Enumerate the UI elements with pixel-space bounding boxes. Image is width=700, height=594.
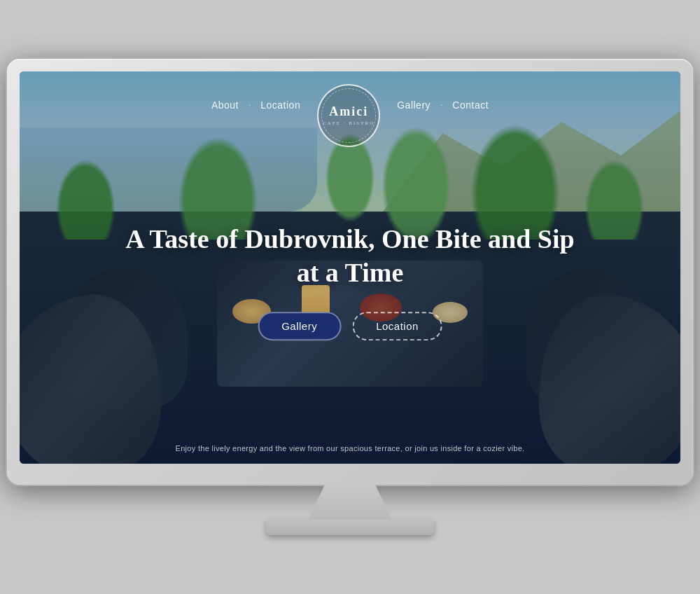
nav-left: About · Location — [211, 84, 300, 111]
gallery-button[interactable]: Gallery — [258, 312, 341, 340]
location-button[interactable]: Location — [352, 312, 442, 340]
hero-title: A Taste of Dubrovnik, One Bite and Sip a… — [119, 223, 582, 289]
logo-name: Amici — [329, 105, 368, 119]
monitor-wrapper: About · Location Amici Cafe · Bistro Gal… — [7, 59, 693, 535]
hero-caption: Enjoy the lively energy and the view fro… — [176, 444, 525, 453]
hero-content: A Taste of Dubrovnik, One Bite and Sip a… — [119, 223, 582, 340]
nav-sep-2: · — [440, 99, 442, 111]
monitor-screen: About · Location Amici Cafe · Bistro Gal… — [20, 71, 680, 464]
nav-location[interactable]: Location — [260, 99, 300, 111]
nav-about[interactable]: About — [211, 99, 239, 111]
hero-buttons: Gallery Location — [119, 312, 582, 340]
logo[interactable]: Amici Cafe · Bistro — [317, 84, 380, 147]
nav-contact[interactable]: Contact — [452, 99, 489, 111]
monitor-base — [266, 520, 434, 535]
nav-gallery[interactable]: Gallery — [397, 99, 430, 111]
nav-sep-1: · — [248, 99, 251, 111]
monitor-bezel: About · Location Amici Cafe · Bistro Gal… — [7, 59, 693, 485]
navigation: About · Location Amici Cafe · Bistro Gal… — [20, 71, 680, 148]
logo-subtitle: Cafe · Bistro — [323, 120, 374, 126]
nav-right: Gallery · Contact — [397, 84, 489, 111]
monitor-neck — [308, 485, 392, 520]
